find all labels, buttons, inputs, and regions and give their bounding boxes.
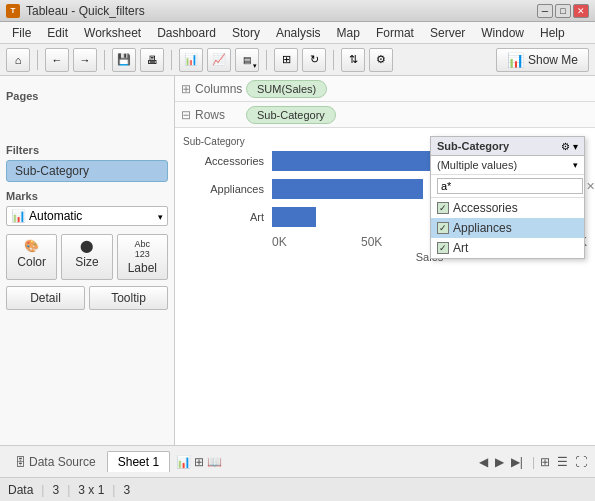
filters-label: Filters <box>6 144 168 156</box>
bar-appliances <box>272 179 423 199</box>
toolbar-refresh-button[interactable]: ↻ <box>302 48 326 72</box>
window-controls: ─ □ ✕ <box>537 4 589 18</box>
status-count2: 3 <box>123 483 130 497</box>
item-label-art: Art <box>453 241 468 255</box>
toolbar-sort-button[interactable]: ⇅ <box>341 48 365 72</box>
dropdown-chevron-icon: ▾ <box>573 160 578 170</box>
x-axis-0: 0K <box>272 235 287 249</box>
quick-filter-search-input[interactable] <box>437 178 583 194</box>
marks-detail-button[interactable]: Detail <box>6 286 85 310</box>
bar-label-art: Art <box>183 211 268 223</box>
bottom-tabs-bar: 🗄 Data Source Sheet 1 📊 ⊞ 📖 ◀ ▶ ▶| | ⊞ ☰… <box>0 445 595 477</box>
menu-server[interactable]: Server <box>422 24 473 42</box>
new-worksheet-icon[interactable]: 📊 <box>176 455 191 469</box>
menu-format[interactable]: Format <box>368 24 422 42</box>
tooltip-label: Tooltip <box>111 291 146 305</box>
marks-dropdown-arrow <box>158 209 163 223</box>
marks-grid: 🎨 Color ⬤ Size Abc123 Label <box>6 234 168 280</box>
checkbox-art[interactable]: ✓ <box>437 242 449 254</box>
marks-type-icon: 📊 <box>11 209 26 223</box>
toolbar-chart3-button[interactable]: ▤▾ <box>235 48 259 72</box>
quick-filter-clear-button[interactable]: ✕ <box>586 180 595 193</box>
rows-grid-icon: ⊟ <box>181 108 191 122</box>
quick-filter-item-appliances[interactable]: ✓ Appliances <box>431 218 584 238</box>
item-label-appliances: Appliances <box>453 221 512 235</box>
maximize-button[interactable]: □ <box>555 4 571 18</box>
menu-edit[interactable]: Edit <box>39 24 76 42</box>
status-separator3: | <box>112 483 115 497</box>
bar-art <box>272 207 316 227</box>
quick-filter-icon1[interactable]: ⚙ <box>561 141 570 152</box>
toolbar-filter-button[interactable]: ⚙ <box>369 48 393 72</box>
columns-pill[interactable]: SUM(Sales) <box>246 80 327 98</box>
menu-story[interactable]: Story <box>224 24 268 42</box>
quick-filter-search-row: ✕ <box>431 175 584 198</box>
toolbar-home-button[interactable]: ⌂ <box>6 48 30 72</box>
view-grid-button[interactable]: ⊞ <box>538 453 552 471</box>
nav-end-button[interactable]: ▶| <box>509 453 525 471</box>
toolbar-save-button[interactable]: 💾 <box>112 48 136 72</box>
color-icon: 🎨 <box>24 239 39 253</box>
tab-action-icons: 📊 ⊞ 📖 <box>176 455 222 469</box>
rows-pill[interactable]: Sub-Category <box>246 106 336 124</box>
marks-size-button[interactable]: ⬤ Size <box>61 234 112 280</box>
menu-map[interactable]: Map <box>329 24 368 42</box>
close-button[interactable]: ✕ <box>573 4 589 18</box>
size-icon: ⬤ <box>80 239 93 253</box>
menu-worksheet[interactable]: Worksheet <box>76 24 149 42</box>
toolbar-chart-button[interactable]: 📊 <box>179 48 203 72</box>
marks-type-label: Automatic <box>29 209 82 223</box>
app-icon: T <box>6 4 20 18</box>
nav-prev-button[interactable]: ◀ <box>477 453 490 471</box>
marks-label-button[interactable]: Abc123 Label <box>117 234 168 280</box>
sub-category-filter[interactable]: Sub-Category <box>6 160 168 182</box>
minimize-button[interactable]: ─ <box>537 4 553 18</box>
marks-row: Detail Tooltip <box>6 286 168 310</box>
toolbar-sep4 <box>266 50 267 70</box>
pages-label: Pages <box>6 90 168 102</box>
menu-analysis[interactable]: Analysis <box>268 24 329 42</box>
x-axis-50: 50K <box>361 235 382 249</box>
menu-help[interactable]: Help <box>532 24 573 42</box>
quick-filter-dropdown-icon[interactable]: ▾ <box>573 141 578 152</box>
quick-filter-title: Sub-Category <box>437 140 509 152</box>
toolbar-sep2 <box>104 50 105 70</box>
quick-filter-item-accessories[interactable]: ✓ Accessories <box>431 198 584 218</box>
show-me-button[interactable]: 📊 Show Me <box>496 48 589 72</box>
bar-label-accessories: Accessories <box>183 155 268 167</box>
data-source-icon: 🗄 <box>15 456 26 468</box>
marks-color-button[interactable]: 🎨 Color <box>6 234 57 280</box>
status-separator1: | <box>41 483 44 497</box>
status-bar: Data | 3 | 3 x 1 | 3 <box>0 477 595 501</box>
window-title: Tableau - Quick_filters <box>26 4 145 18</box>
view-list-button[interactable]: ☰ <box>555 453 570 471</box>
left-panel: Pages Filters Sub-Category Marks 📊 Autom… <box>0 76 175 445</box>
status-dimensions: 3 x 1 <box>78 483 104 497</box>
toolbar-sep3 <box>171 50 172 70</box>
toolbar-print-button[interactable]: 🖶 <box>140 48 164 72</box>
view-expand-button[interactable]: ⛶ <box>573 453 589 471</box>
checkbox-appliances[interactable]: ✓ <box>437 222 449 234</box>
toolbar-forward-button[interactable]: → <box>73 48 97 72</box>
quick-filter-multiple-values[interactable]: (Multiple values) ▾ <box>431 156 584 175</box>
toolbar-chart2-button[interactable]: 📈 <box>207 48 231 72</box>
menu-dashboard[interactable]: Dashboard <box>149 24 224 42</box>
content-area: ⊞ Columns SUM(Sales) ⊟ Rows Sub-Category… <box>175 76 595 445</box>
checkbox-accessories[interactable]: ✓ <box>437 202 449 214</box>
show-me-label: Show Me <box>528 53 578 67</box>
menu-window[interactable]: Window <box>473 24 532 42</box>
marks-type-dropdown[interactable]: 📊 Automatic <box>6 206 168 226</box>
columns-grid-icon: ⊞ <box>181 82 191 96</box>
toolbar-grid-button[interactable]: ⊞ <box>274 48 298 72</box>
sheet1-tab[interactable]: Sheet 1 <box>107 451 170 472</box>
toolbar-back-button[interactable]: ← <box>45 48 69 72</box>
marks-tooltip-button[interactable]: Tooltip <box>89 286 168 310</box>
new-story-icon[interactable]: 📖 <box>207 455 222 469</box>
data-source-tab[interactable]: 🗄 Data Source <box>6 451 105 473</box>
nav-next-button[interactable]: ▶ <box>493 453 506 471</box>
quick-filter-item-art[interactable]: ✓ Art <box>431 238 584 258</box>
bottom-nav: ◀ ▶ ▶| | ⊞ ☰ ⛶ <box>477 453 589 471</box>
new-dashboard-icon[interactable]: ⊞ <box>194 455 204 469</box>
sheet1-label: Sheet 1 <box>118 455 159 469</box>
menu-file[interactable]: File <box>4 24 39 42</box>
